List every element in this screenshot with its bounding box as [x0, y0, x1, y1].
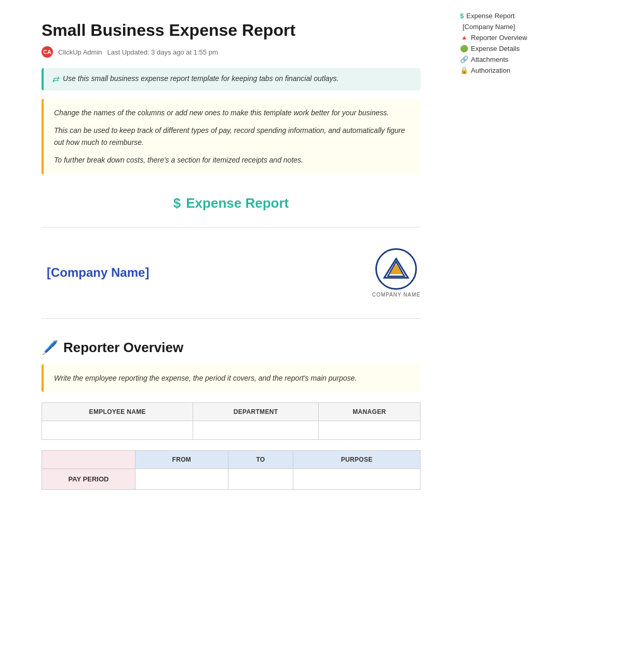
department-cell[interactable]: [193, 421, 318, 439]
attachments-sidebar-icon: 🔗: [460, 56, 468, 63]
sidebar-item-attachments[interactable]: 🔗 Attachments: [460, 54, 537, 65]
logo-svg: [382, 254, 411, 283]
manager-header: MANAGER: [318, 402, 420, 421]
reporter-info-box: Write the employee reporting the expense…: [42, 364, 421, 392]
employee-name-cell[interactable]: [42, 421, 193, 439]
company-section: [Company Name] COMPANY NAME: [42, 238, 421, 308]
page-title: Small Business Expense Report: [42, 21, 421, 40]
sidebar-label-authorization: Authorization: [471, 66, 510, 74]
sidebar-item-authorization[interactable]: 🔒 Authorization: [460, 65, 537, 76]
logo-circle: [375, 248, 417, 290]
manager-cell[interactable]: [318, 421, 420, 439]
pay-period-label: PAY PERIOD: [42, 468, 136, 489]
divider-1: [42, 227, 421, 227]
sidebar-item-reporter-overview[interactable]: 🔺 Reporter Overview: [460, 32, 537, 43]
table-row: [42, 421, 421, 439]
department-header: DEPARTMENT: [193, 402, 318, 421]
pay-period-table-container: FROM TO PURPOSE PAY PERIOD: [42, 450, 421, 490]
company-logo: COMPANY NAME: [372, 248, 421, 298]
reporter-heading: 🖊️ Reporter Overview: [42, 340, 421, 356]
teal-info-text: Use this small business expense report t…: [63, 74, 339, 83]
sidebar-label-expense-report: Expense Report: [466, 12, 514, 20]
sidebar-label-company-name: [Company Name]: [463, 23, 515, 31]
meta-row: CA ClickUp Admin Last Updated: 3 days ag…: [42, 46, 421, 58]
author-name: ClickUp Admin: [58, 48, 102, 56]
pencil-emoji: 🖊️: [42, 340, 58, 356]
employee-table-container: EMPLOYEE NAME DEPARTMENT MANAGER: [42, 402, 421, 440]
yellow-para-3: To further break down costs, there's a s…: [54, 154, 410, 166]
yellow-para-2: This can be used to keep track of differ…: [54, 125, 410, 148]
sidebar-item-expense-details[interactable]: 🟢 Expense Details: [460, 43, 537, 54]
authorization-sidebar-icon: 🔒: [460, 66, 468, 74]
from-header: FROM: [136, 450, 228, 468]
last-updated: Last Updated: 3 days ago at 1:55 pm: [107, 48, 218, 56]
main-content: Small Business Expense Report CA ClickUp…: [0, 0, 452, 672]
sidebar-item-expense-report[interactable]: $ Expense Report: [460, 10, 537, 21]
expense-report-title: Expense Report: [186, 195, 289, 211]
sidebar: $ Expense Report [Company Name] 🔺 Report…: [452, 0, 545, 672]
from-cell[interactable]: [136, 468, 228, 489]
info-box-teal: ⇄ Use this small business expense report…: [42, 68, 421, 90]
avatar: CA: [42, 46, 53, 58]
pay-period-table: FROM TO PURPOSE PAY PERIOD: [42, 450, 421, 490]
expense-details-sidebar-icon: 🟢: [460, 45, 468, 52]
sidebar-item-company-name[interactable]: [Company Name]: [460, 21, 537, 32]
expense-report-section-heading: $ Expense Report: [42, 195, 421, 211]
company-name: [Company Name]: [47, 265, 149, 280]
dollar-sidebar-icon: $: [460, 12, 464, 20]
reporter-sidebar-icon: 🔺: [460, 34, 468, 42]
yellow-para-1: Change the names of the columns or add n…: [54, 107, 410, 118]
reporter-info-text: Write the employee reporting the expense…: [54, 372, 410, 384]
dollar-icon: $: [173, 195, 181, 211]
to-cell[interactable]: [228, 468, 293, 489]
purpose-cell[interactable]: [293, 468, 421, 489]
reporter-section: 🖊️ Reporter Overview Write the employee …: [42, 340, 421, 490]
pay-period-row: PAY PERIOD: [42, 468, 421, 489]
sidebar-label-reporter-overview: Reporter Overview: [471, 34, 527, 42]
pay-period-header: [42, 450, 136, 468]
sidebar-label-expense-details: Expense Details: [471, 45, 520, 52]
company-logo-label: COMPANY NAME: [372, 292, 421, 298]
sidebar-label-attachments: Attachments: [471, 56, 508, 63]
divider-2: [42, 318, 421, 319]
purpose-header: PURPOSE: [293, 450, 421, 468]
to-header: TO: [228, 450, 293, 468]
employee-table: EMPLOYEE NAME DEPARTMENT MANAGER: [42, 402, 421, 440]
info-box-yellow: Change the names of the columns or add n…: [42, 99, 421, 174]
transfer-icon: ⇄: [52, 74, 59, 84]
employee-name-header: EMPLOYEE NAME: [42, 402, 193, 421]
